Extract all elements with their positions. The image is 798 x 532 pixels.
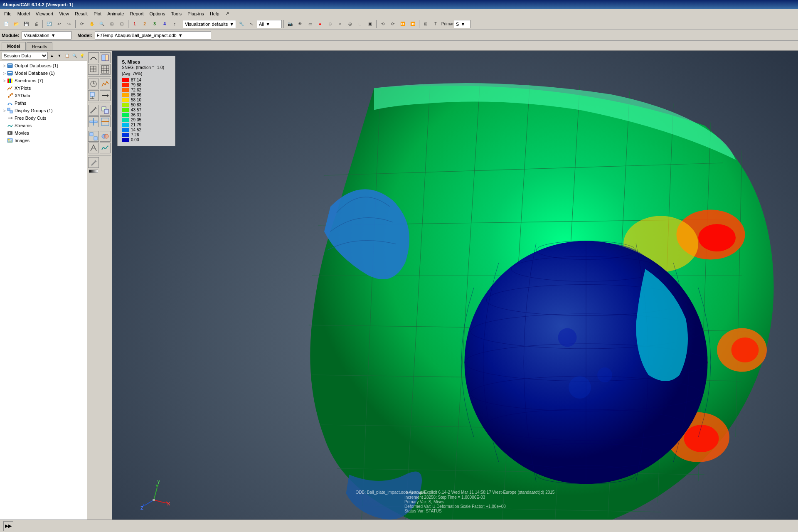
tb-red-dot[interactable]: ● xyxy=(315,20,325,29)
all-dropdown[interactable]: All ▼ xyxy=(257,20,282,28)
expander-model-db[interactable]: ▷ xyxy=(2,71,7,76)
session-filter[interactable]: 🔍 xyxy=(71,52,78,59)
tb-refresh[interactable]: 🔄 xyxy=(44,20,54,29)
menu-tools[interactable]: Tools xyxy=(168,10,184,17)
tb-vd1[interactable]: 🔧 xyxy=(237,20,246,29)
menu-model[interactable]: Model xyxy=(15,10,32,17)
tb-circle1[interactable]: ○ xyxy=(335,20,345,29)
side-btn-animate-time[interactable] xyxy=(88,79,99,89)
tb-grid[interactable]: ⊞ xyxy=(421,20,430,29)
tb-4[interactable]: 4 xyxy=(160,20,169,29)
side-btn-path[interactable] xyxy=(100,90,111,101)
tree-item-model-db[interactable]: ▷ Model Database (1) xyxy=(0,69,87,77)
legend-val-0: 87.14 xyxy=(131,78,141,82)
expander-output-db[interactable]: ▷ xyxy=(2,63,7,68)
tb-arrow[interactable]: ↑ xyxy=(170,20,179,29)
menu-plot[interactable]: Plot xyxy=(91,10,104,17)
side-btn-streamline[interactable] xyxy=(100,143,111,153)
tree-item-output-db[interactable]: ▷ Output Databases (1) xyxy=(0,62,87,69)
expander-spectrums[interactable]: ▷ xyxy=(2,78,7,83)
tb-text-tool[interactable]: T xyxy=(431,20,440,29)
tb-zoom[interactable]: 🔍 xyxy=(97,20,106,29)
expander-display-groups[interactable]: ▷ xyxy=(2,108,7,113)
tb-redo[interactable]: ↪ xyxy=(64,20,74,29)
tb-camera[interactable]: 📷 xyxy=(286,20,295,29)
status-arrow-btn[interactable]: ▶▶ xyxy=(3,521,13,531)
tb-3[interactable]: 3 xyxy=(150,20,159,29)
tb-anim-bwd[interactable]: ⏪ xyxy=(408,20,417,29)
side-btn-create-xy[interactable] xyxy=(88,90,99,101)
session-copy[interactable]: 📋 xyxy=(64,52,70,59)
tree-item-xydata[interactable]: ▷ XYData xyxy=(0,92,87,99)
tree-item-free-body[interactable]: ▷ Free Body Cuts xyxy=(0,114,87,122)
primary-dropdown[interactable]: S▼ xyxy=(454,20,470,28)
tb-undo2[interactable]: ⟲ xyxy=(378,20,387,29)
side-btn-mesh2[interactable] xyxy=(100,64,111,75)
tree-item-display-groups[interactable]: ▷ Display Groups (1) xyxy=(0,107,87,114)
tab-results[interactable]: Results xyxy=(27,42,53,50)
session-up[interactable]: ▲ xyxy=(49,52,55,59)
hotspot-1-core xyxy=(698,224,736,251)
tb-redo2[interactable]: ⟳ xyxy=(388,20,397,29)
side-btn-display-grp[interactable] xyxy=(88,131,99,142)
menu-plugins[interactable]: Plug-ins xyxy=(185,10,207,17)
menu-result[interactable]: Result xyxy=(72,10,90,17)
tb-select-rect[interactable]: ▭ xyxy=(305,20,315,29)
side-row-3 xyxy=(88,79,111,89)
tree-item-paths[interactable]: ▷ Paths xyxy=(0,99,87,107)
tree-item-xyplots[interactable]: ▷ XYPlots xyxy=(0,84,87,92)
tb-undo[interactable]: ↩ xyxy=(54,20,64,29)
icon-movies xyxy=(7,130,13,136)
menu-options[interactable]: Options xyxy=(147,10,168,17)
tree-item-streams[interactable]: ▷ Streams xyxy=(0,122,87,129)
menu-file[interactable]: File xyxy=(2,10,14,17)
legend-row-8: 29.05 xyxy=(122,118,171,122)
tb-circle2[interactable]: ◎ xyxy=(345,20,355,29)
tb-new[interactable]: 📄 xyxy=(2,20,11,29)
tb-primary[interactable]: Primary xyxy=(444,20,453,29)
session-down[interactable]: ▼ xyxy=(56,52,63,59)
side-btn-sketch[interactable] xyxy=(88,157,99,168)
tb-cursor[interactable]: ↖ xyxy=(247,20,256,29)
tree-item-images[interactable]: ▷ Images xyxy=(0,137,87,144)
side-btn-animate-xy[interactable] xyxy=(100,79,111,89)
tb-fit[interactable]: ⊡ xyxy=(117,20,126,29)
side-btn-probe[interactable] xyxy=(88,105,99,116)
menu-viewport[interactable]: Viewport xyxy=(33,10,56,17)
tree-item-spectrums[interactable]: ▷ Spectrums (7) xyxy=(0,77,87,84)
menu-report[interactable]: Report xyxy=(127,10,146,17)
module-dropdown[interactable]: Visualization ▼ xyxy=(22,31,71,39)
session-select[interactable]: Session Data xyxy=(2,52,48,59)
session-info[interactable]: 💡 xyxy=(79,52,85,59)
tb-save[interactable]: 💾 xyxy=(22,20,31,29)
tb-eye[interactable]: 👁 xyxy=(296,20,305,29)
model-dropdown[interactable]: F:/Temp-Abaqus/Ball_plate_impact.odb ▼ xyxy=(95,31,211,39)
menu-animate[interactable]: Animate xyxy=(105,10,126,17)
side-btn-view-cut2[interactable] xyxy=(100,116,111,127)
visualization-defaults-dropdown[interactable]: Visualization defaults ▼ xyxy=(183,20,236,28)
tree-item-movies[interactable]: ▷ Movies xyxy=(0,129,87,137)
side-btn-plot-deformed[interactable] xyxy=(88,52,99,63)
tb-print[interactable]: 🖨 xyxy=(32,20,41,29)
side-btn-free-body[interactable] xyxy=(88,143,99,153)
tb-anim-fwd[interactable]: ⏩ xyxy=(398,20,407,29)
tb-rotate[interactable]: ⟳ xyxy=(77,20,86,29)
tb-zoom-box[interactable]: ⊞ xyxy=(107,20,116,29)
svg-point-10 xyxy=(11,93,13,95)
side-btn-view-cut[interactable] xyxy=(88,116,99,127)
tb-1[interactable]: 1 xyxy=(130,20,139,29)
tb-overlay[interactable]: ⊙ xyxy=(325,20,335,29)
menu-arrow[interactable]: ↗ xyxy=(223,10,232,17)
tb-rect2[interactable]: ▣ xyxy=(365,20,374,29)
menu-help[interactable]: Help xyxy=(207,10,222,17)
menu-view[interactable]: View xyxy=(57,10,71,17)
tab-model[interactable]: Model xyxy=(2,42,26,50)
tb-2[interactable]: 2 xyxy=(140,20,149,29)
side-btn-overlay[interactable] xyxy=(100,131,111,142)
side-btn-cut[interactable] xyxy=(100,105,111,116)
tb-open[interactable]: 📂 xyxy=(12,20,21,29)
side-btn-mesh[interactable] xyxy=(88,64,99,75)
tb-pan[interactable]: ✋ xyxy=(87,20,96,29)
side-btn-plot-contour[interactable] xyxy=(100,52,111,63)
tb-rect1[interactable]: □ xyxy=(355,20,365,29)
